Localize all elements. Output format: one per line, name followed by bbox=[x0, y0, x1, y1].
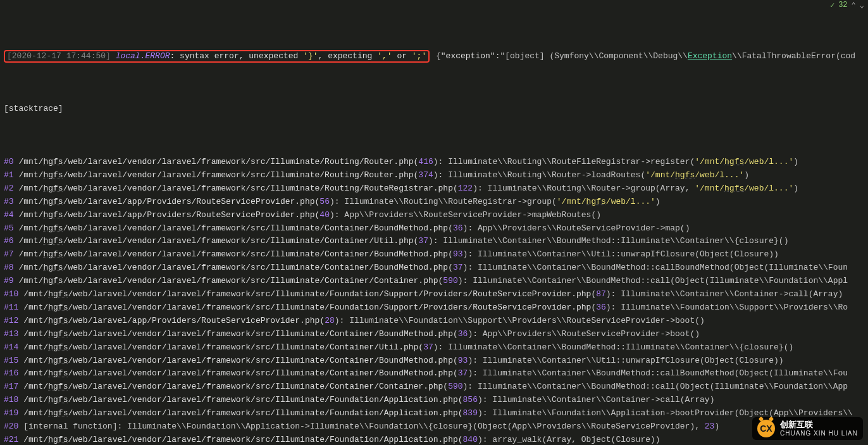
frame-call: ): Illuminate\\Container\\Util::unwrapIf… bbox=[463, 249, 779, 259]
frame-path-mount: hgfs bbox=[48, 342, 68, 352]
frame-path: /web/laravel/vendor/laravel/framework/sr… bbox=[68, 382, 448, 391]
frame-tail: ) bbox=[655, 197, 660, 206]
frame-path-mount: hgfs bbox=[43, 210, 63, 220]
frame-path-mount: hgfs bbox=[43, 236, 63, 246]
frame-index: #18 bbox=[4, 395, 18, 404]
status-count: 32 bbox=[838, 1, 847, 9]
frame-string-arg: '/mnt/hgfs/web/l...' bbox=[695, 184, 793, 193]
frame-index: #13 bbox=[4, 329, 18, 339]
frame-call: ): Illuminate\\Container\\BoundMethod::c… bbox=[458, 276, 848, 285]
stacktrace-frames: #0 /mnt/hgfs/web/laravel/vendor/laravel/… bbox=[4, 156, 868, 445]
frame-call: ): Illuminate\\Container\\BoundMethod::I… bbox=[428, 236, 789, 246]
stackframe: #3 /mnt/hgfs/web/laravel/app/Providers/R… bbox=[4, 196, 868, 209]
frame-string-arg: '/mnt/hgfs/web/l...' bbox=[695, 157, 793, 166]
stackframe: #14 /mnt/hgfs/web/laravel/vendor/laravel… bbox=[4, 341, 868, 354]
log-msg-pre: : syntax error, unexpected bbox=[170, 51, 304, 61]
frame-index: #14 bbox=[4, 342, 18, 352]
stackframe: #1 /mnt/hgfs/web/laravel/vendor/laravel/… bbox=[4, 169, 868, 182]
stacktrace-label: [stacktrace] bbox=[4, 103, 868, 116]
frame-path-pre: /mnt/ bbox=[18, 236, 43, 246]
frame-path-pre: /mnt/ bbox=[18, 184, 43, 193]
frame-path: /web/laravel/vendor/laravel/framework/sr… bbox=[63, 223, 453, 233]
exception-suffix: \\FatalThrowableError(cod bbox=[732, 51, 855, 61]
frame-path-mount: hgfs bbox=[43, 263, 63, 272]
frame-path: /web/laravel/vendor/laravel/framework/sr… bbox=[63, 263, 453, 272]
frame-path-mount: hgfs bbox=[48, 395, 68, 404]
frame-index: #10 bbox=[4, 289, 18, 299]
stackframe: #4 /mnt/hgfs/web/laravel/app/Providers/R… bbox=[4, 209, 868, 222]
frame-path-pre: /mnt/ bbox=[23, 408, 48, 418]
frame-index: #9 bbox=[4, 276, 14, 285]
frame-line-number: 36 bbox=[458, 329, 468, 339]
frame-line-number: 56 bbox=[319, 197, 330, 206]
frame-line-number: 93 bbox=[458, 356, 468, 365]
frame-path: /web/laravel/vendor/laravel/framework/sr… bbox=[63, 236, 419, 246]
stackframe: #9 /mnt/hgfs/web/laravel/vendor/laravel/… bbox=[4, 275, 868, 288]
log-level: ERROR bbox=[145, 51, 170, 61]
frame-line-number: 374 bbox=[418, 170, 433, 180]
frame-call: ): Illuminate\\Container\\BoundMethod::c… bbox=[463, 382, 848, 391]
frame-path-mount: hgfs bbox=[43, 276, 63, 285]
log-viewport[interactable]: [2020-12-17 17:44:50] local.ERROR: synta… bbox=[0, 9, 868, 445]
frame-line-number: 87 bbox=[596, 289, 606, 299]
log-channel: local bbox=[116, 51, 140, 61]
frame-path-pre: /mnt/ bbox=[23, 303, 48, 312]
frame-path-pre: /mnt/ bbox=[23, 395, 48, 404]
frame-line-number: 840 bbox=[463, 435, 478, 444]
frame-call: ): Illuminate\\Foundation\\Support\\Prov… bbox=[335, 316, 705, 325]
stackframe: #2 /mnt/hgfs/web/laravel/vendor/laravel/… bbox=[4, 182, 868, 196]
frame-path-mount: hgfs bbox=[43, 157, 63, 166]
frame-path-mount: hgfs bbox=[48, 435, 68, 444]
stackframe: #13 /mnt/hgfs/web/laravel/vendor/laravel… bbox=[4, 328, 868, 341]
frame-path-mount: hgfs bbox=[43, 249, 63, 259]
frame-index: #11 bbox=[4, 303, 18, 312]
frame-index: #2 bbox=[4, 184, 14, 193]
frame-index: #20 bbox=[4, 422, 18, 431]
frame-tail: ) bbox=[744, 170, 749, 180]
ts-close: ] bbox=[106, 51, 116, 61]
frame-path-pre: /mnt/ bbox=[23, 356, 48, 365]
frame-path: /web/laravel/vendor/laravel/framework/sr… bbox=[68, 329, 457, 339]
frame-path: /web/laravel/vendor/laravel/framework/sr… bbox=[68, 368, 457, 378]
frame-line-number: 37 bbox=[418, 236, 428, 246]
frame-call: ): App\\Providers\\RouteServiceProvider-… bbox=[330, 210, 601, 220]
frame-path: /web/laravel/vendor/laravel/framework/sr… bbox=[68, 356, 457, 365]
frame-index: #6 bbox=[4, 236, 14, 246]
frame-line-number: 590 bbox=[448, 382, 462, 391]
frame-line-number: 856 bbox=[463, 395, 478, 404]
stackframe: #8 /mnt/hgfs/web/laravel/vendor/laravel/… bbox=[4, 261, 868, 275]
frame-path-mount: hgfs bbox=[48, 316, 68, 325]
log-header-line: [2020-12-17 17:44:50] local.ERROR: synta… bbox=[4, 50, 868, 63]
frame-call: ): array_walk(Array, Object(Closure)) bbox=[478, 435, 660, 444]
frame-path: /web/laravel/vendor/laravel/framework/sr… bbox=[68, 395, 462, 404]
frame-path-pre: /mnt/ bbox=[18, 249, 43, 259]
stackframe: #19 /mnt/hgfs/web/laravel/vendor/laravel… bbox=[4, 407, 868, 420]
frame-call: ): Illuminate\\Container\\Container->cal… bbox=[478, 395, 714, 404]
frame-path-mount: hgfs bbox=[48, 408, 68, 418]
stackframe: #16 /mnt/hgfs/web/laravel/vendor/laravel… bbox=[4, 367, 868, 380]
frame-text: [internal function]: Illuminate\\Foundat… bbox=[23, 422, 705, 431]
log-quote-2: ',' bbox=[377, 51, 392, 61]
frame-text-tail: ) bbox=[714, 422, 719, 431]
stackframe: #17 /mnt/hgfs/web/laravel/vendor/laravel… bbox=[4, 380, 868, 394]
frame-path: /web/laravel/vendor/laravel/framework/sr… bbox=[68, 289, 596, 299]
frame-path-pre: /mnt/ bbox=[18, 157, 43, 166]
frame-path: /web/laravel/vendor/laravel/framework/sr… bbox=[68, 435, 462, 444]
stackframe: #11 /mnt/hgfs/web/laravel/vendor/laravel… bbox=[4, 301, 868, 315]
frame-path-pre: /mnt/ bbox=[18, 197, 43, 206]
frame-path: /web/laravel/app/Providers/RouteServiceP… bbox=[63, 210, 320, 220]
frame-call: ): Illuminate\\Routing\\RouteFileRegistr… bbox=[433, 157, 695, 166]
frame-path: /web/laravel/vendor/laravel/framework/sr… bbox=[63, 184, 458, 193]
frame-path-pre: /mnt/ bbox=[23, 329, 48, 339]
frame-string-arg: '/mnt/hgfs/web/l...' bbox=[645, 170, 744, 180]
frame-path-pre: /mnt/ bbox=[23, 382, 48, 391]
brace-open: { bbox=[431, 51, 441, 61]
frame-path-mount: hgfs bbox=[48, 368, 68, 378]
frame-path: /web/laravel/vendor/laravel/framework/sr… bbox=[63, 276, 443, 285]
frame-index: #21 bbox=[4, 435, 18, 444]
stackframe: #18 /mnt/hgfs/web/laravel/vendor/laravel… bbox=[4, 394, 868, 407]
stackframe: #0 /mnt/hgfs/web/laravel/vendor/laravel/… bbox=[4, 156, 868, 169]
log-quote-1: '}' bbox=[303, 51, 318, 61]
stackframe: #15 /mnt/hgfs/web/laravel/vendor/laravel… bbox=[4, 354, 868, 368]
highlighted-error-box: [2020-12-17 17:44:50] local.ERROR: synta… bbox=[4, 50, 430, 63]
